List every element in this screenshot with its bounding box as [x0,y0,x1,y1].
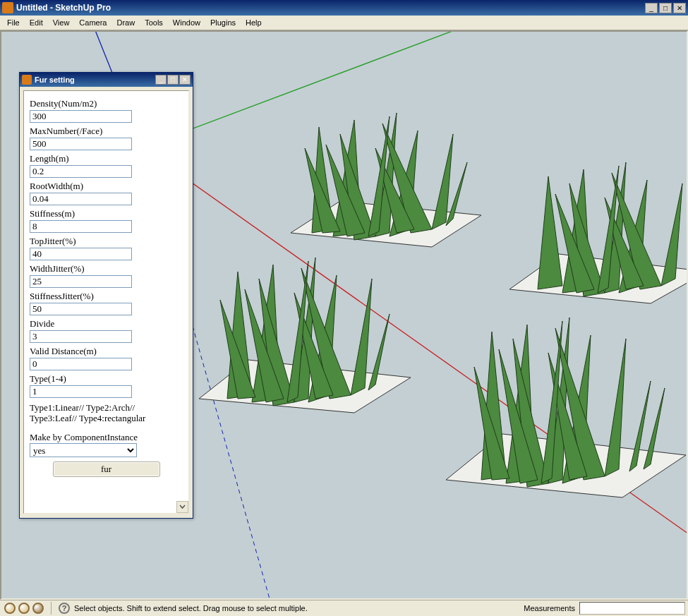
type-hint-2: Type3:Leaf// Type4:rectangular [30,413,183,423]
length-label: Length(m) [30,153,183,164]
dialog-close-button[interactable]: ✕ [179,75,191,85]
topjitter-label: TopJitter(%) [30,236,183,247]
make-by-select[interactable]: yes [30,443,137,457]
minimize-button[interactable]: _ [645,3,658,13]
grass-patch [495,155,688,310]
maxnumber-input[interactable] [30,138,132,150]
divide-label: Divide [30,318,183,330]
stiffnessjitter-input[interactable] [30,303,132,315]
density-input[interactable] [30,110,132,123]
menu-plugins[interactable]: Plugins [205,17,241,28]
measurements-label: Measurements [519,604,579,612]
help-icon[interactable]: ? [59,603,70,614]
maximize-button[interactable]: □ [659,3,672,13]
fur-setting-dialog: Fur setting _ □ ✕ Density(Num/m2) MaxNum… [19,72,193,519]
menu-tools[interactable]: Tools [140,17,168,28]
stiffness-label: Stiffness(m) [30,208,183,219]
dialog-minimize-button[interactable]: _ [155,75,167,85]
length-input[interactable] [30,165,132,178]
chevron-down-icon [179,504,186,510]
grass-patch [270,106,495,254]
maxnumber-label: MaxNumber(/Face) [30,126,183,137]
make-by-label: Make by ComponentInstance [30,432,183,443]
menu-bar: File Edit View Camera Draw Tools Window … [0,16,688,30]
grass-patch [178,250,418,420]
density-label: Density(Num/m2) [30,98,183,109]
type-label: Type(1-4) [30,373,183,385]
menu-draw[interactable]: Draw [111,17,140,28]
main-titlebar: Untitled - SketchUp Pro _ □ ✕ [0,0,688,16]
dialog-scroll-corner[interactable] [176,501,188,513]
status-icon-1[interactable] [4,603,16,614]
type-input[interactable] [30,385,132,398]
menu-edit[interactable]: Edit [25,17,48,28]
app-icon [2,2,13,13]
dialog-maximize-button[interactable]: □ [167,75,179,85]
dialog-body: Density(Num/m2) MaxNumber(/Face) Length(… [23,90,189,514]
svg-marker-18 [538,176,562,289]
dialog-titlebar[interactable]: Fur setting _ □ ✕ [20,73,193,87]
stiffnessjitter-label: StiffnessJitter(%) [30,291,183,302]
dialog-title: Fur setting [35,76,155,84]
separator [51,602,52,615]
dialog-app-icon [22,75,32,85]
rootwidth-label: RootWidth(m) [30,181,183,192]
validdistance-label: Valid Distance(m) [30,346,183,357]
menu-file[interactable]: File [2,17,25,28]
divide-input[interactable] [30,330,132,343]
widthjitter-input[interactable] [30,275,132,288]
window-title: Untitled - SketchUp Pro [16,3,645,13]
status-icon-2[interactable] [18,603,30,614]
dialog-content: Density(Num/m2) MaxNumber(/Face) Length(… [24,91,188,484]
fur-button[interactable]: fur [53,461,160,477]
window-controls: _ □ ✕ [645,3,686,13]
stiffness-input[interactable] [30,220,132,233]
rootwidth-input[interactable] [30,193,132,205]
grass-patch [425,310,688,508]
menu-help[interactable]: Help [241,17,267,28]
status-bar: ? Select objects. Shift to extend select… [0,600,688,616]
validdistance-input[interactable] [30,358,132,370]
type-hint-1: Type1:Linear// Type2:Arch// [30,402,183,413]
menu-window[interactable]: Window [168,17,205,28]
status-icon-3[interactable] [32,603,44,614]
topjitter-input[interactable] [30,248,132,260]
status-hint: Select objects. Shift to extend select. … [74,604,519,612]
status-tool-indicators [0,603,48,614]
widthjitter-label: WidthJitter(%) [30,263,183,274]
measurements-input[interactable] [579,602,685,615]
close-button[interactable]: ✕ [673,3,686,13]
menu-view[interactable]: View [48,17,75,28]
menu-camera[interactable]: Camera [74,17,111,28]
